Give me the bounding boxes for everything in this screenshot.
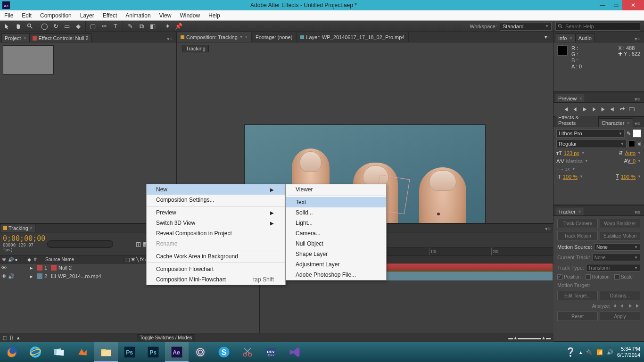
pen-tool-icon[interactable]: ✑: [99, 22, 109, 31]
tracker-tab[interactable]: Tracker×: [555, 207, 584, 215]
menu-item[interactable]: New▶: [147, 184, 285, 195]
panel-options-icon[interactable]: ▾≡: [542, 34, 553, 40]
reset-button[interactable]: Reset: [557, 312, 598, 321]
close-button[interactable]: ✕: [622, 0, 644, 10]
composition-tab[interactable]: Composition: Tracking▼×: [177, 32, 252, 42]
brush-tool-icon[interactable]: ✎: [125, 22, 135, 31]
font-size-field[interactable]: 123 px: [564, 150, 579, 156]
stroke-color[interactable]: [628, 140, 635, 147]
menu-item[interactable]: Switch 3D View▶: [147, 218, 285, 228]
menu-view[interactable]: View: [155, 10, 176, 21]
maximize-button[interactable]: ▭: [609, 0, 622, 10]
panel-options-icon[interactable]: ▾≡: [633, 36, 642, 42]
menu-item[interactable]: Cache Work Area in Background: [147, 251, 285, 262]
menu-window[interactable]: Window: [175, 10, 204, 21]
zoom-slider[interactable]: ▬▲▬▬▬▬▬▲▬: [508, 335, 551, 340]
swap-colors-icon[interactable]: ⤭: [637, 141, 641, 147]
panel-options-icon[interactable]: ▾≡: [633, 121, 642, 127]
menu-item[interactable]: Composition Settings...: [147, 195, 285, 205]
roto-tool-icon[interactable]: ✦: [162, 22, 173, 31]
menu-edit[interactable]: Edit: [17, 10, 36, 21]
position-checkbox[interactable]: Position: [557, 274, 581, 280]
zoom-tool-icon[interactable]: [25, 22, 35, 31]
help-search[interactable]: Search Help: [555, 22, 640, 31]
current-time[interactable]: 0;00;00;00 00000 (29.97 fps): [0, 232, 47, 255]
font-weight-dropdown[interactable]: Regular▼: [556, 140, 627, 148]
panel-options-icon[interactable]: ▾≡: [633, 96, 642, 102]
footage-tab[interactable]: Footage: (none): [252, 32, 297, 42]
tray-help-icon[interactable]: ❔: [565, 347, 576, 357]
menu-item[interactable]: Composition Flowchart: [147, 264, 285, 274]
track-type-dropdown[interactable]: Transform▼: [586, 264, 640, 272]
menu-item[interactable]: Light...: [286, 218, 386, 228]
warp-stabilizer-button[interactable]: Warp Stabilizer: [600, 219, 640, 228]
motion-source-dropdown[interactable]: None▼: [594, 243, 640, 251]
text-tool-icon[interactable]: T: [110, 22, 121, 31]
comp-breadcrumb[interactable]: Tracking: [182, 45, 547, 52]
eyedropper-icon[interactable]: ✎: [627, 131, 631, 137]
taskbar-devcpp-icon[interactable]: DEVC++: [259, 342, 283, 362]
hscale-field[interactable]: 100 %: [621, 174, 636, 180]
taskbar-ie-icon[interactable]: [24, 342, 47, 362]
tracker-options-button[interactable]: Options...: [600, 291, 640, 300]
eraser-tool-icon[interactable]: ◧: [148, 22, 158, 31]
kerning-dropdown[interactable]: Metrics: [566, 158, 583, 164]
scale-checkbox[interactable]: Scale: [614, 274, 633, 280]
menu-composition[interactable]: Composition: [36, 10, 76, 21]
menu-item[interactable]: Solid...: [286, 207, 386, 218]
menu-help[interactable]: Help: [204, 10, 224, 21]
last-frame-icon[interactable]: [600, 106, 607, 113]
menu-file[interactable]: File: [0, 10, 17, 21]
prev-frame-icon[interactable]: [572, 106, 578, 113]
panel-options-icon[interactable]: ▾≡: [542, 226, 553, 232]
menu-item[interactable]: Adobe Photoshop File...: [286, 270, 386, 280]
taskbar-matlab-icon[interactable]: [71, 342, 94, 362]
panel-options-icon[interactable]: ▾≡: [633, 209, 642, 215]
taskbar-skype-icon[interactable]: S: [212, 342, 236, 362]
analyze-fwd-icon[interactable]: [627, 303, 633, 309]
next-frame-icon[interactable]: [591, 106, 597, 113]
tracking-field[interactable]: 0: [633, 158, 636, 164]
taskbar-bittorrent-icon[interactable]: [189, 342, 212, 362]
ram-preview-icon[interactable]: [628, 106, 635, 113]
hand-tool-icon[interactable]: [13, 22, 24, 31]
menu-item[interactable]: Viewer: [286, 184, 386, 195]
play-icon[interactable]: [581, 106, 588, 113]
menu-item[interactable]: Shape Layer: [286, 249, 386, 259]
menu-item[interactable]: Composition Mini-Flowcharttap Shift: [147, 274, 285, 285]
clone-tool-icon[interactable]: ⧉: [136, 22, 147, 31]
analyze-back-icon[interactable]: [619, 303, 625, 309]
info-tab[interactable]: Info×: [555, 33, 576, 42]
effect-controls-tab[interactable]: Effect Controls: Null 2: [29, 33, 92, 42]
comp-mini-flowchart-icon[interactable]: ◫: [136, 241, 141, 247]
first-frame-icon[interactable]: [562, 106, 569, 113]
timeline-footer-icon[interactable]: ▲: [16, 335, 21, 340]
taskbar-photos-icon[interactable]: [47, 342, 71, 362]
pan-behind-tool-icon[interactable]: ◆: [73, 22, 83, 31]
tray-power-icon[interactable]: 🔌: [586, 349, 593, 355]
menu-item[interactable]: Text: [286, 197, 386, 207]
project-tab[interactable]: Project×: [1, 33, 30, 42]
mute-icon[interactable]: [610, 106, 616, 113]
fill-color[interactable]: [633, 129, 641, 138]
toggle-switches-button[interactable]: Toggle Switches / Modes: [137, 334, 196, 341]
menu-item[interactable]: Null Object: [286, 239, 386, 249]
selection-tool-icon[interactable]: [2, 22, 12, 31]
menu-item[interactable]: Reveal Composition in Project: [147, 228, 285, 239]
timeline-footer-icon[interactable]: {}: [10, 335, 13, 340]
timeline-tab[interactable]: Tracking×: [0, 224, 35, 232]
loop-icon[interactable]: [619, 106, 626, 113]
stabilize-motion-button[interactable]: Stabilize Motion: [600, 231, 640, 240]
menu-animation[interactable]: Animation: [121, 10, 155, 21]
vscale-field[interactable]: 100 %: [563, 174, 578, 180]
track-camera-button[interactable]: Track Camera: [557, 219, 598, 228]
puppet-tool-icon[interactable]: 📌: [173, 22, 184, 31]
current-track-dropdown[interactable]: None▼: [592, 254, 640, 261]
track-motion-button[interactable]: Track Motion: [557, 231, 598, 240]
menu-item[interactable]: Camera...: [286, 228, 386, 239]
camera-tool-icon[interactable]: ▭: [62, 22, 72, 31]
timeline-footer-icon[interactable]: ⬚: [3, 335, 7, 340]
tray-chevron-icon[interactable]: ▴: [579, 349, 582, 355]
rotation-checkbox[interactable]: Rotation: [586, 274, 610, 280]
analyze-back-one-icon[interactable]: [612, 303, 618, 309]
